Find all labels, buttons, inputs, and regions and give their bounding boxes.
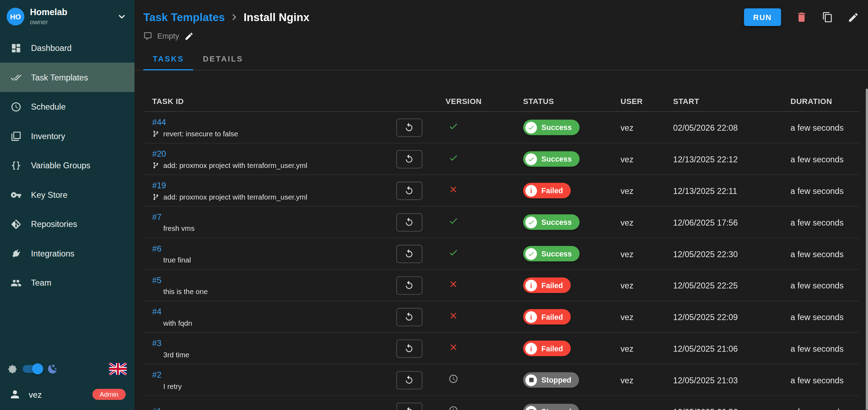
task-table-body: #44 revert: insecure to false Success ve… bbox=[143, 112, 859, 410]
task-duration: a few seconds bbox=[782, 249, 859, 259]
edit-description-button[interactable] bbox=[184, 31, 193, 41]
project-selector[interactable]: HO Homelab owner bbox=[0, 0, 134, 33]
sidebar-item-team[interactable]: Team bbox=[0, 268, 134, 298]
dark-mode-toggle[interactable] bbox=[23, 365, 42, 373]
pencil-icon bbox=[848, 11, 859, 23]
status-badge[interactable]: Stopped bbox=[523, 372, 579, 388]
task-duration: a few seconds bbox=[782, 312, 859, 321]
rerun-button[interactable] bbox=[396, 150, 422, 168]
copy-button[interactable] bbox=[822, 12, 833, 23]
code-braces-icon bbox=[11, 160, 22, 171]
task-id-link[interactable]: #5 bbox=[152, 275, 162, 285]
status-badge-icon: i bbox=[525, 343, 537, 354]
task-id-link[interactable]: #1 bbox=[152, 406, 162, 410]
status-badge[interactable]: i Failed bbox=[523, 309, 571, 325]
task-message-row: true final bbox=[152, 256, 382, 264]
table-row: #6 true final Success vez 12/05/2025 22:… bbox=[143, 238, 859, 270]
task-start: 12/05/2025 21:06 bbox=[664, 344, 782, 353]
column-header-version: VERSION bbox=[437, 97, 514, 106]
rerun-button[interactable] bbox=[396, 213, 422, 231]
task-id-link[interactable]: #7 bbox=[152, 212, 162, 221]
tab-tasks[interactable]: TASKS bbox=[143, 48, 193, 70]
rerun-button[interactable] bbox=[396, 118, 422, 137]
table-header: TASK ID VERSION STATUS USER START DURATI… bbox=[143, 91, 859, 112]
task-message-row: revert: insecure to false bbox=[152, 129, 382, 138]
status-badge[interactable]: Stopped bbox=[523, 404, 579, 410]
edit-template-button[interactable] bbox=[848, 11, 859, 23]
status-badge[interactable]: Success bbox=[523, 151, 579, 167]
task-user: vez bbox=[612, 407, 664, 410]
rerun-button[interactable] bbox=[396, 371, 422, 389]
comment-icon bbox=[152, 351, 159, 358]
clock-icon bbox=[11, 101, 22, 112]
task-message-row: add: proxmox project with terraform_user… bbox=[152, 193, 382, 201]
task-id-link[interactable]: #4 bbox=[152, 307, 162, 316]
status-badge-icon bbox=[525, 406, 537, 410]
status-badge[interactable]: Success bbox=[523, 246, 579, 261]
rerun-button[interactable] bbox=[396, 245, 422, 263]
rerun-button[interactable] bbox=[396, 402, 422, 410]
sidebar-item-integrations[interactable]: Integrations bbox=[0, 239, 134, 268]
task-message: add: proxmox project with terraform_user… bbox=[163, 161, 307, 169]
toggle-thumb bbox=[32, 363, 43, 375]
scrollbar[interactable] bbox=[866, 89, 868, 410]
page-title: Install Nginx bbox=[244, 11, 309, 24]
rerun-button[interactable] bbox=[396, 276, 422, 294]
sidebar-item-variable-groups[interactable]: Variable Groups bbox=[0, 151, 134, 180]
rerun-button[interactable] bbox=[396, 181, 422, 200]
git-icon bbox=[11, 219, 22, 230]
status-badge[interactable]: i Failed bbox=[523, 341, 571, 356]
status-badge[interactable]: Success bbox=[523, 120, 579, 135]
comment-icon bbox=[152, 224, 159, 232]
version-status-icon bbox=[446, 405, 458, 410]
task-duration: a few seconds bbox=[782, 407, 859, 410]
check-all-icon bbox=[11, 72, 22, 83]
rerun-button[interactable] bbox=[396, 339, 422, 358]
column-header-duration: DURATION bbox=[782, 97, 859, 106]
task-id-link[interactable]: #44 bbox=[152, 117, 166, 126]
status-badge[interactable]: i Failed bbox=[523, 278, 571, 293]
sidebar-item-inventory[interactable]: Inventory bbox=[0, 121, 134, 151]
chevron-down-icon[interactable] bbox=[116, 11, 128, 23]
delete-button[interactable] bbox=[795, 11, 808, 24]
sidebar-item-key-store[interactable]: Key Store bbox=[0, 180, 134, 209]
source-branch-icon bbox=[152, 162, 159, 169]
user-name: vez bbox=[29, 390, 42, 399]
task-start: 12/06/2025 17:56 bbox=[664, 217, 782, 227]
sidebar: HO Homelab owner Dashboard Task Template… bbox=[0, 0, 134, 410]
status-label: Success bbox=[541, 155, 572, 163]
sidebar-item-dashboard[interactable]: Dashboard bbox=[0, 33, 134, 63]
key-icon bbox=[11, 189, 22, 200]
sidebar-bottom: vez Admin bbox=[0, 354, 134, 410]
sidebar-item-task-templates[interactable]: Task Templates bbox=[0, 63, 134, 92]
sidebar-item-schedule[interactable]: Schedule bbox=[0, 92, 134, 122]
task-id-link[interactable]: #2 bbox=[152, 370, 162, 379]
user-menu[interactable]: vez Admin bbox=[0, 383, 134, 410]
sidebar-item-label: Task Templates bbox=[31, 73, 88, 82]
task-id-link[interactable]: #6 bbox=[152, 243, 162, 253]
task-message: revert: insecure to false bbox=[163, 129, 238, 138]
status-badge-icon bbox=[525, 374, 537, 386]
status-badge[interactable]: Success bbox=[523, 214, 579, 230]
task-id-link[interactable]: #19 bbox=[152, 180, 166, 190]
account-multiple-icon bbox=[11, 277, 22, 288]
tab-details[interactable]: DETAILS bbox=[193, 48, 252, 70]
breadcrumb-task-templates-link[interactable]: Task Templates bbox=[143, 11, 225, 24]
admin-badge: Admin bbox=[92, 389, 126, 400]
task-id-link[interactable]: #3 bbox=[152, 338, 162, 347]
moon-icon bbox=[47, 363, 58, 375]
task-user: vez bbox=[612, 123, 664, 132]
sidebar-item-repositories[interactable]: Repositories bbox=[0, 209, 134, 239]
comment-icon bbox=[152, 383, 159, 390]
status-badge[interactable]: i Failed bbox=[523, 183, 571, 198]
task-start: 12/05/2025 20:56 bbox=[664, 407, 782, 410]
app-root: HO Homelab owner Dashboard Task Template… bbox=[0, 0, 868, 410]
table-row: #3 3rd time i Failed vez 12/05/2025 21:0… bbox=[143, 333, 859, 364]
rerun-button[interactable] bbox=[396, 308, 422, 326]
task-duration: a few seconds bbox=[782, 217, 859, 227]
task-message-row: with fqdn bbox=[152, 319, 382, 327]
uk-flag-icon[interactable] bbox=[109, 363, 127, 375]
run-button[interactable]: RUN bbox=[744, 8, 781, 26]
status-label: Stopped bbox=[541, 376, 571, 384]
task-id-link[interactable]: #20 bbox=[152, 149, 166, 158]
